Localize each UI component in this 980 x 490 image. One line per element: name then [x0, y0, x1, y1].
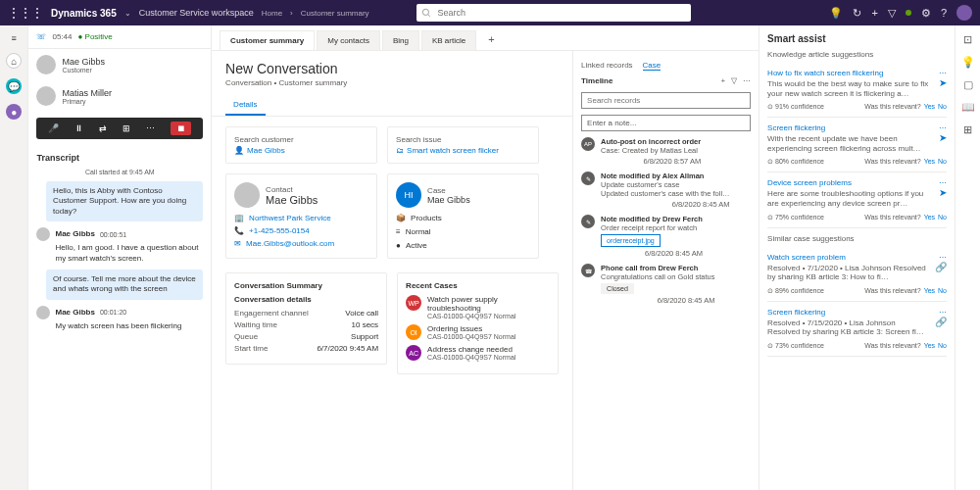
transfer-icon[interactable]: ⇄ [99, 123, 107, 133]
book-icon[interactable]: 📖 [961, 101, 975, 114]
agent-message: Of course. Tell me more about the device… [46, 270, 203, 300]
timeline-item[interactable]: ☎Phone call from Drew FerchCongratulatio… [581, 264, 751, 305]
call-bar: ☏ 05:44 ● Positive [28, 25, 211, 49]
tab-add[interactable]: + [478, 28, 504, 50]
recent-case-item[interactable]: OIOrdering issuesCAS-01000-Q4Q9S7 Normal [406, 324, 550, 340]
timeline-column: Linked records Case Timeline+▽⋯ Enter a … [572, 51, 759, 490]
filter-icon[interactable]: ▽ [888, 7, 896, 20]
customer-message: Hello, I am good. I have a question abou… [36, 243, 203, 264]
left-rail: ≡ ⌂ 💬 ● [0, 25, 28, 490]
note-input[interactable]: Enter a note... [581, 115, 751, 131]
sentiment-badge: ● Positive [78, 32, 113, 41]
customer-message: My watch screen has been flickering [36, 321, 203, 331]
lightbulb-icon[interactable]: 💡 [961, 56, 975, 69]
avatar [36, 86, 56, 106]
plus-icon[interactable]: + [871, 7, 877, 19]
breadcrumb-sep: › [290, 9, 293, 18]
attachment[interactable]: orderreceipt.jpg [601, 234, 661, 247]
tab-kb-article[interactable]: KB article [421, 30, 476, 50]
more-icon: ⋯ [939, 69, 947, 77]
case-suggestion[interactable]: Watch screen problem⋯Resolved • 7/1/2020… [767, 247, 947, 302]
brand: Dynamics 365 [51, 8, 117, 19]
chevron-down-icon[interactable]: ⌄ [124, 9, 131, 18]
call-time: 05:44 [52, 32, 72, 41]
hold-icon[interactable]: ⏸ [74, 123, 83, 133]
workspace-name: Customer Service workspace [139, 8, 254, 18]
global-search[interactable] [416, 4, 691, 22]
timeline-item[interactable]: ✎Note modified by Drew FerchOrder receip… [581, 215, 751, 258]
call-started-label: Call started at 9:45 AM [36, 169, 203, 175]
transcript: Transcript Call started at 9:45 AM Hello… [28, 145, 211, 490]
more-icon[interactable]: ⋯ [743, 76, 751, 85]
recent-cases-panel: Recent Cases WPWatch power supply troubl… [397, 272, 559, 374]
hamburger-icon[interactable]: ≡ [12, 33, 17, 43]
home-icon[interactable]: ⌂ [6, 53, 22, 69]
tab-case[interactable]: Case [643, 61, 662, 71]
user-avatar[interactable] [956, 5, 972, 21]
end-call-button[interactable]: ⏹ [171, 122, 191, 135]
case-icon: 🗂 [396, 146, 404, 155]
agent-message: Hello, this is Abby with Contoso Custome… [46, 181, 203, 221]
right-column: Smart assist Knowledge article suggestio… [759, 25, 980, 490]
kb-suggestion[interactable]: Device screen problems⋯Here are some tro… [767, 172, 947, 227]
tab-my-contacts[interactable]: My contacts [317, 30, 380, 50]
dialpad-icon[interactable]: ⊞ [122, 123, 130, 133]
person-icon: 👤 [234, 146, 244, 155]
page-title: New Conversation [225, 61, 559, 76]
contact-avatar [234, 182, 260, 208]
page-subtitle: Conversation • Customer summary [225, 78, 559, 87]
recent-case-item[interactable]: ACAddress change neededCAS-01000-Q4Q9S7 … [406, 345, 550, 361]
breadcrumb-current: Customer summary [301, 9, 369, 18]
transcript-label: Transcript [36, 153, 203, 163]
phone-icon: ☏ [36, 32, 46, 41]
kb-suggestion[interactable]: Screen flickering⋯With the recent update… [767, 118, 947, 172]
conversation-summary-panel: Conversation Summary Conversation detail… [225, 272, 387, 365]
help-icon[interactable]: ? [941, 7, 947, 19]
party-customer[interactable]: Mae GibbsCustomer [28, 49, 211, 80]
smart-assist-panel: Smart assist Knowledge article suggestio… [760, 25, 955, 490]
tab-bing[interactable]: Bing [382, 30, 419, 50]
right-rail: ⊡ 💡 ▢ 📖 ⊞ [955, 25, 980, 490]
search-issue-card: Search issue 🗂Smart watch screen flicker [387, 126, 539, 164]
timeline-item[interactable]: APAuto-post on incorrect orderCase: Crea… [581, 137, 751, 166]
tab-linked-records[interactable]: Linked records [581, 61, 632, 71]
breadcrumb-home[interactable]: Home [262, 9, 282, 18]
tab-customer-summary[interactable]: Customer summary [220, 30, 315, 50]
smart-assist-title: Smart assist [767, 33, 947, 44]
lightbulb-icon[interactable]: 💡 [829, 7, 843, 20]
send-icon[interactable]: ➤ [939, 77, 947, 100]
search-customer-card: Search customer 👤Mae Gibbs [225, 126, 377, 164]
center-column: Customer summary My contacts Bing KB art… [212, 25, 759, 490]
note-icon[interactable]: ▢ [963, 78, 973, 91]
more-icon[interactable]: ⋯ [146, 123, 155, 133]
expand-icon[interactable]: ⊡ [963, 33, 972, 46]
kb-suggestion[interactable]: How to fix watch screen flickering⋯This … [767, 63, 947, 118]
timeline-item[interactable]: ✎Note modified by Alex AllmanUpdate cust… [581, 172, 751, 209]
topbar-actions: 💡 ↻ + ▽ ⚙ ? [829, 5, 972, 21]
case-suggestion[interactable]: Screen flickering⋯Resolved • 7/15/2020 •… [767, 302, 947, 357]
filter-icon[interactable]: ▽ [731, 76, 737, 85]
case-avatar: HI [396, 182, 421, 208]
chat-session-icon[interactable]: 💬 [6, 78, 22, 94]
grid-icon[interactable]: ⊞ [963, 123, 972, 136]
mic-icon[interactable]: 🎤 [48, 123, 59, 133]
party-agent[interactable]: Matias MillerPrimary [28, 80, 211, 112]
search-input[interactable] [416, 4, 691, 22]
case-card: HICaseMae Gibbs 📦 Products ≡ Normal ● Ac… [387, 173, 539, 259]
timeline-search[interactable] [581, 92, 751, 109]
link-icon: 🔗 [935, 262, 947, 284]
avatar [36, 55, 56, 74]
waffle-icon[interactable]: ⋮⋮⋮ [8, 6, 43, 20]
call-controls: 🎤 ⏸ ⇄ ⊞ ⋯ ⏹ [36, 118, 203, 139]
contact-card: ContactMae Gibbs 🏢 Northwest Park Servic… [225, 173, 377, 259]
subtab-details[interactable]: Details [225, 95, 265, 116]
gear-icon[interactable]: ⚙ [921, 7, 931, 20]
topbar: ⋮⋮⋮ Dynamics 365 ⌄ Customer Service work… [0, 0, 980, 25]
add-icon[interactable]: + [720, 76, 725, 85]
recent-case-item[interactable]: WPWatch power supply troubleshootingCAS-… [406, 295, 550, 319]
left-column: ☏ 05:44 ● Positive Mae GibbsCustomer Mat… [28, 25, 212, 490]
tab-row: Customer summary My contacts Bing KB art… [212, 25, 759, 51]
refresh-icon[interactable]: ↻ [853, 7, 861, 20]
presence-dot [906, 10, 911, 16]
session-avatar-icon[interactable]: ● [6, 104, 22, 120]
